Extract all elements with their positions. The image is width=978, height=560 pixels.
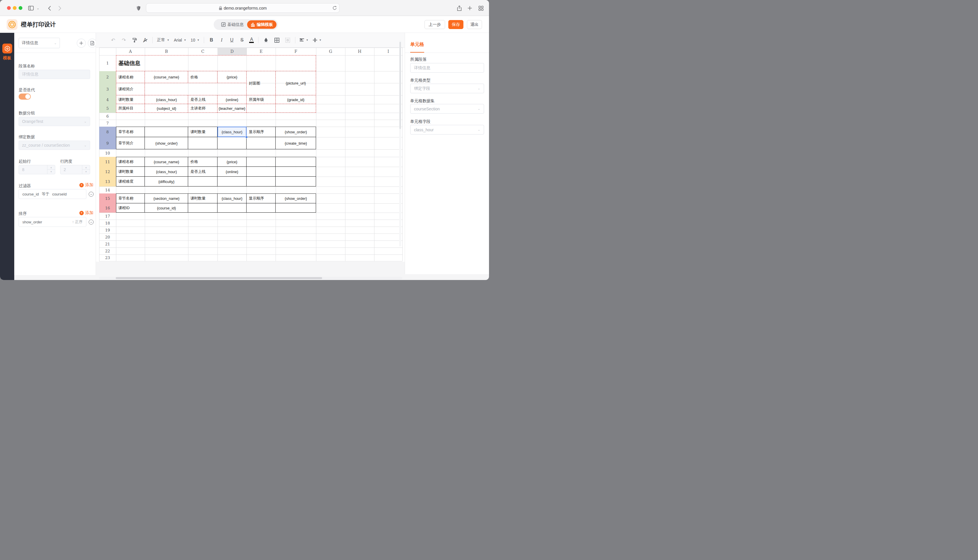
grid-cell[interactable]: 所属年级 (247, 95, 276, 104)
column-header-E[interactable]: E (247, 48, 276, 55)
italic-icon[interactable]: I (219, 37, 224, 43)
bind-data-select[interactable]: zz_course / courseSection⌄ (18, 141, 90, 150)
privacy-shield-icon[interactable] (134, 4, 142, 12)
grid-cell[interactable]: {course_name} (145, 71, 188, 83)
row-header-3[interactable]: 3 (99, 83, 116, 95)
grid-cell[interactable]: 章节简介 (116, 137, 145, 149)
address-bar[interactable]: demo.orangeforms.com (146, 3, 339, 13)
close-window-button[interactable] (7, 6, 11, 10)
template-nav-label[interactable]: 模板 (0, 55, 14, 61)
grid-cell[interactable]: {section_name} (145, 193, 188, 203)
row-header-14[interactable]: 14 (99, 187, 116, 193)
grid-cell[interactable]: 课程ID (116, 203, 145, 213)
row-header-5[interactable]: 5 (99, 104, 116, 113)
row-header-8[interactable]: 8 (99, 127, 116, 137)
redo-icon[interactable]: ↷ (120, 37, 127, 43)
stepper-up-icon[interactable]: ▲ (47, 165, 55, 170)
vertical-align-dropdown[interactable]: ▼ (313, 38, 321, 42)
column-header-A[interactable]: A (116, 48, 145, 55)
template-nav-icon[interactable] (2, 43, 12, 53)
grid-cell[interactable]: 课程名称 (116, 157, 145, 167)
stepper-down-icon[interactable]: ▼ (47, 170, 55, 174)
share-icon[interactable] (455, 4, 463, 12)
strikethrough-icon[interactable]: S (239, 37, 245, 43)
grid-cell[interactable]: 课程难度 (116, 177, 145, 187)
grid-cell[interactable]: 课程名称 (116, 71, 145, 83)
row-header-10[interactable]: 10 (99, 149, 116, 157)
text-color-icon[interactable]: A (249, 37, 254, 43)
back-icon[interactable] (45, 4, 53, 12)
save-button[interactable]: 保存 (448, 20, 463, 29)
stepper-up-icon[interactable]: ▲ (82, 165, 90, 170)
grid-cell[interactable]: {subject_id} (145, 104, 188, 113)
row-header-11[interactable]: 11 (99, 157, 116, 167)
bold-icon[interactable]: B (209, 37, 214, 43)
column-header-C[interactable]: C (188, 48, 217, 55)
grid-cell[interactable]: {online} (217, 95, 247, 104)
column-header-B[interactable]: B (145, 48, 188, 55)
font-size-dropdown[interactable]: 10▼ (191, 38, 200, 42)
grid-cell[interactable]: 主讲老师 (188, 104, 217, 113)
section-select[interactable]: 详情信息 ⌄ (18, 38, 60, 48)
grid-cell[interactable]: {price} (217, 157, 247, 167)
font-family-dropdown[interactable]: Arial▼ (174, 38, 186, 42)
grid-cell[interactable]: 课时数量 (188, 193, 217, 203)
row-header-2[interactable]: 2 (99, 71, 116, 83)
merge-cells-icon[interactable] (284, 37, 291, 43)
reload-icon[interactable] (333, 6, 337, 10)
copy-section-button[interactable] (88, 38, 97, 48)
remove-filter-icon[interactable]: − (89, 192, 94, 197)
row-header-13[interactable]: 13 (99, 177, 116, 187)
grid-cell[interactable]: 显示顺序 (247, 127, 276, 137)
row-header-16[interactable]: 16 (99, 203, 116, 213)
grid-cell[interactable]: {difficulty} (145, 177, 188, 187)
cell-dataset-select[interactable]: courseSection⌄ (410, 104, 484, 113)
row-span-stepper[interactable]: 2 ▲▼ (60, 165, 90, 174)
row-header-6[interactable]: 6 (99, 113, 116, 120)
grid-cell[interactable]: {class_hour} (145, 167, 188, 177)
grid-cell[interactable]: {class_hour} (145, 95, 188, 104)
start-row-stepper[interactable]: 8 ▲▼ (18, 165, 55, 174)
grid-cell[interactable]: 章节名称 (116, 193, 145, 203)
row-header-21[interactable]: 21 (99, 240, 116, 247)
tab-cell[interactable]: 单元格 (410, 42, 424, 48)
row-header-7[interactable]: 7 (99, 120, 116, 127)
row-header-19[interactable]: 19 (99, 227, 116, 233)
clear-format-icon[interactable]: A (142, 37, 148, 43)
iterate-toggle[interactable] (18, 93, 31, 100)
grid-cell[interactable]: 课时数量 (116, 167, 145, 177)
para-name-input[interactable]: 详情信息 (18, 70, 90, 79)
grid-cell[interactable]: {show_order} (145, 137, 188, 149)
grid-cell[interactable]: 是否上线 (188, 95, 217, 104)
row-header-1[interactable]: 1 (99, 55, 116, 71)
grid-cell[interactable]: 显示顺序 (247, 193, 276, 203)
data-group-select[interactable]: OrangeTest⌄ (18, 117, 90, 126)
grid-cell[interactable]: 课时数量 (188, 127, 217, 137)
grid-cell[interactable]: {picture_url} (276, 71, 316, 95)
grid-cell[interactable]: 是否上线 (188, 167, 217, 177)
add-filter-button[interactable]: + 添加 (79, 182, 93, 188)
tab-overview-icon[interactable] (477, 4, 485, 12)
grid-cell[interactable]: {course_id} (145, 203, 188, 213)
grid-cell[interactable]: {teacher_name} (217, 104, 247, 113)
new-tab-icon[interactable] (466, 4, 474, 12)
row-header-20[interactable]: 20 (99, 233, 116, 240)
cell-section-input[interactable]: 详情信息 (410, 63, 484, 73)
paint-format-icon[interactable] (131, 37, 138, 43)
cell-type-select[interactable]: 绑定字段⌄ (410, 83, 484, 93)
filter-condition-item[interactable]: course_id 等于 courseId (18, 189, 86, 199)
grid-cell[interactable]: 课时数量 (116, 95, 145, 104)
undo-icon[interactable]: ↶ (110, 37, 116, 43)
column-header-I[interactable]: I (374, 48, 402, 55)
tab-basic-info[interactable]: 基础信息 (218, 22, 247, 27)
sort-item[interactable]: show_order ↑ 正序 (18, 217, 86, 227)
row-header-17[interactable]: 17 (99, 213, 116, 220)
column-header-H[interactable]: H (345, 48, 374, 55)
grid-cell[interactable]: {create_time} (276, 137, 316, 149)
grid-cell[interactable]: 章节名称 (116, 127, 145, 137)
row-header-18[interactable]: 18 (99, 220, 116, 227)
grid-cell[interactable]: 所属科目 (116, 104, 145, 113)
grid-cell[interactable]: {price} (217, 71, 247, 83)
tab-edit-template[interactable]: 编辑模板 (247, 20, 276, 29)
column-header-G[interactable]: G (316, 48, 345, 55)
